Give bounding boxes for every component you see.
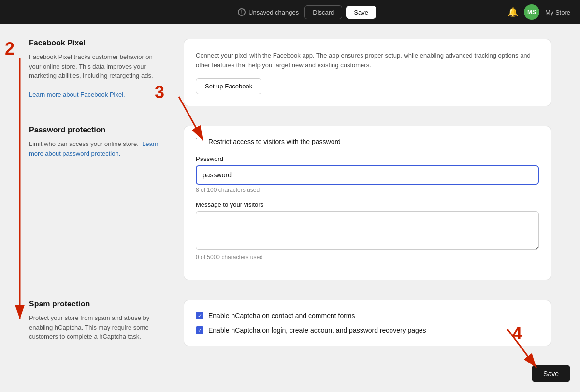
spam-protection-left: Spam protection Protect your store from … [29,300,164,346]
facebook-pixel-desc: Facebook Pixel tracks customer behavior … [29,52,164,100]
spam-protection-right: ✓ Enable hCaptcha on contact and comment… [184,300,551,346]
store-name: My Store [545,9,570,16]
password-field-label: Password [196,155,539,162]
spam-protection-section: Spam protection Protect your store from … [29,300,551,346]
restrict-label: Restrict access to visitors with the pas… [208,138,341,145]
facebook-card-description: Connect your pixel with the Facebook app… [196,51,539,70]
restrict-row: Restrict access to visitors with the pas… [196,138,539,145]
restrict-checkbox[interactable] [196,138,203,145]
spam-label-1: Enable hCaptcha on contact and comment f… [208,312,355,319]
message-textarea[interactable] [196,211,539,250]
spam-protection-title: Spam protection [29,300,164,308]
password-protection-right: Restrict access to visitors with the pas… [184,126,551,280]
password-protection-desc-text: Limit who can access your online store. [29,140,139,147]
discard-button[interactable]: Discard [304,5,342,19]
facebook-pixel-learn-more[interactable]: Learn more about Facebook Pixel. [29,91,125,98]
spam-protection-card: ✓ Enable hCaptcha on contact and comment… [184,300,551,346]
main-content: 2 3 Facebook Pixel Facebook Pixel tracks… [0,24,580,380]
facebook-pixel-desc-text: Facebook Pixel tracks customer behavior … [29,53,153,79]
password-protection-section: Password protection Limit who can access… [29,126,551,280]
password-char-count: 8 of 100 characters used [196,187,539,193]
password-protection-left: Password protection Limit who can access… [29,126,164,280]
save-bottom-button[interactable]: Save [532,365,570,382]
spam-protection-desc: Protect your store from spam and abuse b… [29,313,164,342]
password-protection-card: Restrict access to visitors with the pas… [184,126,551,280]
message-char-count: 0 of 5000 characters used [196,254,539,261]
facebook-pixel-card: Connect your pixel with the Facebook app… [184,39,551,106]
bottom-save-wrap: Save [532,365,570,382]
unsaved-indicator: ! Unsaved changes [238,8,299,16]
topbar-right: 🔔 MS My Store [508,4,570,20]
unsaved-label: Unsaved changes [248,9,299,16]
avatar[interactable]: MS [524,4,539,20]
setup-facebook-button[interactable]: Set up Facebook [196,78,261,94]
spam-label-2: Enable hCaptcha on login, create account… [208,326,426,334]
topbar-actions: Discard Save [304,5,376,19]
facebook-pixel-title: Facebook Pixel [29,39,164,47]
warning-icon: ! [238,8,246,16]
facebook-pixel-section: Facebook Pixel Facebook Pixel tracks cus… [29,39,551,106]
facebook-pixel-right: Connect your pixel with the Facebook app… [184,39,551,106]
facebook-pixel-left: Facebook Pixel Facebook Pixel tracks cus… [29,39,164,106]
topbar-center: ! Unsaved changes Discard Save [238,5,376,19]
password-input[interactable] [196,165,539,185]
topbar: ! Unsaved changes Discard Save 🔔 MS My S… [0,0,580,24]
spam-checkbox-1[interactable]: ✓ [196,312,203,319]
message-field-label: Message to your visitors [196,201,539,208]
save-top-button[interactable]: Save [346,6,376,19]
password-protection-title: Password protection [29,126,164,134]
password-protection-desc: Limit who can access your online store. … [29,139,164,158]
arrow-2 [13,58,27,324]
spam-row-1: ✓ Enable hCaptcha on contact and comment… [196,312,539,319]
spam-row-2: ✓ Enable hCaptcha on login, create accou… [196,326,539,334]
annotation-2: 2 [5,39,14,59]
bell-icon[interactable]: 🔔 [508,7,518,17]
spam-checkbox-2[interactable]: ✓ [196,326,203,334]
